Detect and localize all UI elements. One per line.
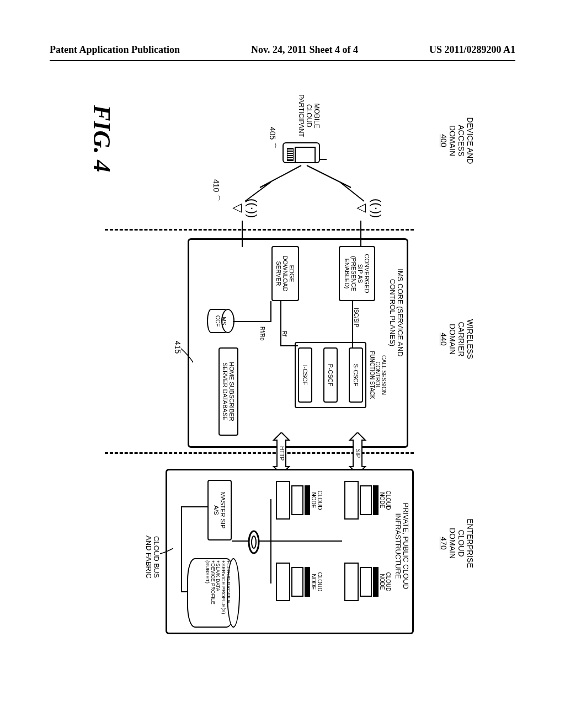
hss-text: HOME SUBSCRIBER SERVER DATABASE [222,362,235,421]
converged-sip-box: CONVERGED SIP AS (PRESENCE ENABLED) [339,246,375,301]
profile-db-contents: +CLOUD PROFILE +SERVICE PROFILE(S) +SLA/… [205,560,231,625]
enterprise-panel-title: PRIVATE, PUBLIC CLOUD INFRASTRUCTURE [393,485,409,607]
carrier-domain-title: WIRELESS CARRIER DOMAIN [448,319,475,359]
enterprise-domain-ref: 470 [439,537,448,549]
master-sip-box: MASTER SIP A/S [207,480,232,540]
header-rule [50,60,515,61]
isc-label: ISC/SIP [353,308,359,328]
device-domain-ref: 400 [439,134,448,147]
phone-ref-text: 405 [268,127,277,140]
bus-ring-icon [247,529,260,555]
diagram-container: DEVICE AND ACCESS DOMAIN 400 WIRELESS CA… [28,88,535,645]
cloud-node-2-label: CLOUD NODE [379,561,391,602]
edge-download-box: EDGE DOWNLOAD SERVER [271,246,299,301]
cloud-node-4-label: CLOUD NODE [311,561,322,602]
rf-label: Rf [281,331,287,336]
tower-icon-1: ((·))▽ [355,199,383,218]
dashed-separator-1 [105,229,414,231]
phone-ref: 405 ⌒ [267,127,277,149]
carrier-ref-pointer [180,347,193,370]
edge-download-text: EDGE DOWNLOAD SERVER [275,256,295,292]
master-sip-text: MASTER SIP A/S [213,492,226,529]
cloud-node-3 [271,481,310,520]
callstack-frame [295,342,366,408]
header-right: US 2011/0289200 A1 [429,44,515,56]
sip-arrow-label: SIP [355,449,361,458]
cloud-node-2 [340,563,379,601]
cloud-bus-pointer [159,546,173,563]
tower-icon-2: ((·))▽ [231,199,259,218]
tower-ref-text: 410 [212,179,221,192]
device-domain-title: DEVICE AND ACCESS DOMAIN [448,117,475,164]
converged-sip-text: CONVERGED SIP AS (PRESENCE ENABLED) [344,254,370,293]
callstack-title: CALL SESSION CONTROL FUNCTION STACK [369,342,387,408]
ims-core-title: IMS CORE (SERVICE AND CONTROL PLANES) [388,249,404,376]
carrier-domain-label: WIRELESS CARRIER DOMAIN 440 [439,298,475,381]
cloud-bus-label: CLOUD BUS AND FABRIC [144,524,160,590]
http-arrow: HTTP [269,432,294,474]
header-center: Nov. 24, 2011 Sheet 4 of 4 [251,44,358,56]
sip-arrow: SIP [345,432,370,474]
cloud-node-1-label: CLOUD NODE [379,480,391,521]
device-domain-label: DEVICE AND ACCESS DOMAIN 400 [439,99,475,182]
http-arrow-label: HTTP [279,446,285,461]
hss-box: HOME SUBSCRIBER SERVER DATABASE [218,347,238,436]
architecture-diagram: DEVICE AND ACCESS DOMAIN 400 WIRELESS CA… [28,88,535,645]
msccf-label: MS CCF [215,309,226,333]
figure-label: FIG. 4 [88,105,116,172]
enterprise-domain-title: ENTERPRISE CLOUD DOMAIN [448,518,475,568]
carrier-domain-ref: 440 [439,333,448,345]
cloud-node-1 [340,481,379,520]
tower-ref: 410 ⌒ [211,179,221,202]
mobile-participant-label: MOBILE CLOUD PARTICIPANT [297,91,320,141]
svg-point-3 [252,536,256,548]
wireless-links [241,157,367,218]
mobile-participant-text: MOBILE CLOUD PARTICIPANT [297,94,321,137]
cloud-node-3-label: CLOUD NODE [311,480,322,521]
rfro-label: Rf/Ro [259,326,265,341]
cloud-node-4 [271,563,310,601]
enterprise-domain-label: ENTERPRISE CLOUD DOMAIN 470 [439,502,475,585]
header-left: Patent Application Publication [50,44,180,56]
